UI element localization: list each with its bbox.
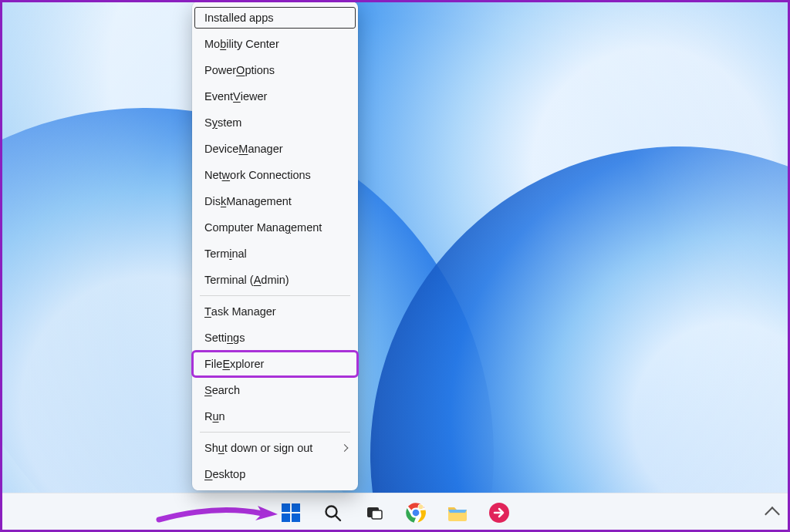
menu-item-terminal-admin[interactable]: Terminal (Admin) [192, 267, 358, 293]
menu-item-task-manager[interactable]: Task Manager [192, 298, 358, 325]
svg-rect-1 [292, 503, 300, 512]
submenu-chevron-icon [341, 444, 349, 452]
menu-item-settings[interactable]: Settings [192, 325, 358, 351]
folder-icon [447, 503, 468, 523]
svg-rect-0 [282, 503, 290, 512]
menu-item-system[interactable]: System [192, 109, 358, 136]
file-explorer-pinned-icon[interactable] [442, 497, 473, 528]
menu-item-run[interactable]: Run [192, 403, 358, 429]
menu-item-file-explorer[interactable]: File Explorer [192, 351, 358, 377]
chrome-icon [405, 502, 427, 524]
svg-point-11 [418, 504, 424, 510]
menu-item-power-options[interactable]: Power Options [192, 57, 358, 83]
round-app-icon [488, 502, 510, 524]
menu-item-network-connections[interactable]: Network Connections [192, 162, 358, 188]
menu-item-shut-down[interactable]: Shut down or sign out [192, 435, 358, 461]
svg-rect-3 [292, 513, 300, 522]
system-tray[interactable] [767, 493, 778, 532]
chrome-pinned-icon[interactable] [400, 497, 431, 528]
menu-item-computer-management[interactable]: Computer Management [192, 214, 358, 241]
menu-item-desktop[interactable]: Desktop [192, 461, 358, 487]
svg-rect-7 [372, 510, 382, 519]
taskbar-center-group [275, 497, 515, 528]
tray-overflow-icon [765, 507, 780, 522]
winx-power-menu: Installed appsMobility CenterPower Optio… [192, 2, 358, 490]
menu-separator [200, 295, 350, 296]
svg-line-5 [336, 516, 340, 520]
menu-item-search[interactable]: Search [192, 377, 358, 403]
svg-rect-2 [282, 513, 290, 522]
task-view-icon [365, 503, 383, 522]
desktop-wallpaper [0, 0, 790, 532]
menu-item-mobility-center[interactable]: Mobility Center [192, 31, 358, 57]
menu-item-installed-apps[interactable]: Installed apps [192, 5, 358, 31]
start-button[interactable] [275, 497, 306, 528]
search-icon [323, 503, 342, 522]
app-pinned-icon[interactable] [484, 497, 515, 528]
task-view-button[interactable] [359, 497, 390, 528]
menu-item-terminal[interactable]: Terminal [192, 241, 358, 267]
taskbar [0, 493, 790, 532]
menu-item-device-manager[interactable]: Device Manager [192, 136, 358, 162]
menu-separator [200, 432, 350, 433]
taskbar-search-button[interactable] [317, 497, 348, 528]
menu-item-disk-management[interactable]: Disk Management [192, 188, 358, 214]
windows-logo-icon [281, 503, 301, 523]
menu-item-event-viewer[interactable]: Event Viewer [192, 83, 358, 109]
